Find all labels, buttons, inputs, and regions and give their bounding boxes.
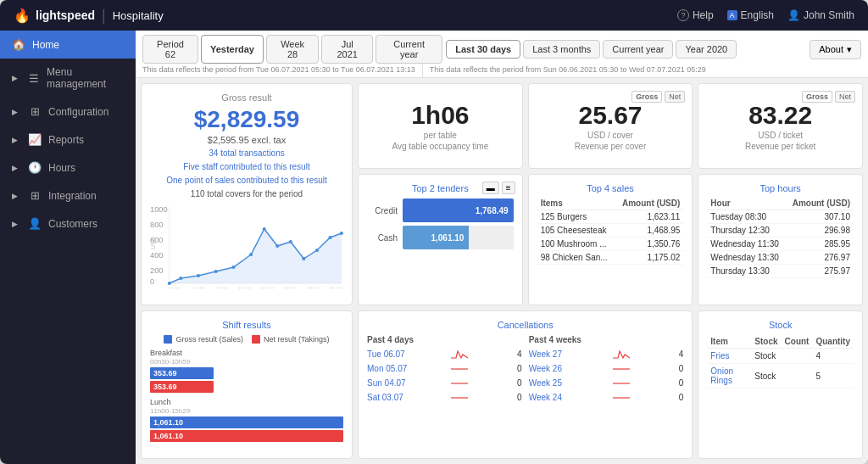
sales-item: 125 Burgers [537, 210, 615, 224]
cancel-spark [447, 348, 472, 360]
top-hours-card: Top hours Hour Amount (USD) Tuesday 08:3… [698, 174, 863, 305]
sales-item: 105 Cheesesteak [537, 224, 615, 238]
cancel-week-label: Week 24 [529, 393, 571, 402]
stock-col-count: Count [782, 335, 813, 349]
tab-yesterday[interactable]: Yesterday [201, 35, 264, 64]
stock-item[interactable]: Fries [707, 349, 751, 364]
gross-covers: 110 total covers for the period [150, 189, 343, 198]
svg-point-16 [275, 244, 279, 248]
cancel-spark [609, 391, 634, 403]
kpi-avg-label: Avg table occupancy time [392, 142, 488, 151]
hours-row: Tuesday 08:30307.10 [707, 210, 854, 224]
customers-icon: 👤 [28, 217, 42, 230]
sidebar-item-home[interactable]: 🏠 Home [0, 31, 136, 59]
cancel-week-count: 4 [671, 349, 683, 359]
stock-col-stock: Stock [751, 335, 781, 349]
tender-cash-value: 1,061.10 [431, 233, 464, 243]
cancel-week-count: 0 [671, 393, 683, 402]
legend-net-dot [252, 335, 260, 344]
chevron-right-icon2: ▶ [12, 108, 18, 116]
lang-icon: A [727, 10, 737, 20]
gross-link2[interactable]: Five staff contributed to this result [150, 160, 343, 174]
hours-hour: Thursday 12:30 [707, 224, 786, 238]
tenders-bar-view[interactable]: ▬ [482, 182, 499, 194]
cancel-week-label: Week 27 [529, 349, 571, 359]
subtab-year2020[interactable]: Year 2020 [676, 40, 737, 59]
about-label: About [819, 44, 843, 54]
cancel-col1-title: Past 4 days [367, 335, 522, 344]
user-label: John Smith [804, 9, 854, 21]
tab-period62[interactable]: Period 62 [142, 35, 198, 64]
tenders-list-view[interactable]: ≡ [502, 182, 515, 194]
tab-current-year[interactable]: Current year [376, 35, 442, 64]
stock-item[interactable]: Onion Rings [707, 364, 751, 389]
svg-text:00:00: 00:00 [284, 286, 298, 288]
menu-icon: ☰ [28, 72, 40, 85]
kpi-cover-net-tab[interactable]: Net [665, 91, 685, 103]
help-link[interactable]: ? Help [677, 9, 714, 21]
cancel-day-count: 0 [510, 364, 522, 373]
sidebar-item-reports[interactable]: ▶ 📈 Reports [0, 126, 136, 154]
reports-icon: 📈 [28, 133, 42, 146]
sidebar-item-menu[interactable]: ▶ ☰ Menu management [0, 59, 136, 98]
cancel-week-label: Week 25 [529, 378, 571, 388]
language-selector[interactable]: A English [727, 9, 774, 21]
shift-name: Breakfast00h30-10h59 [150, 349, 343, 366]
tab-week28[interactable]: Week 28 [266, 35, 319, 64]
period-info: This data reflects the period from Tue 0… [136, 64, 423, 77]
hours-hour: Tuesday 08:30 [707, 210, 786, 224]
about-button[interactable]: About ▾ [810, 40, 861, 59]
hours-amount: 275.97 [786, 265, 854, 278]
cancel-week-row: Week 27 4 [529, 348, 684, 360]
cancel-week-row: Week 24 0 [529, 391, 684, 403]
kpi-cover-card: Gross Net 25.67 USD / cover Revenue per … [528, 83, 693, 169]
cancel-day-row: Mon 05.07 0 [367, 362, 522, 374]
cancel-day-row: Tue 06.07 4 [367, 348, 522, 360]
user-menu[interactable]: 👤 John Smith [787, 9, 854, 21]
hours-amount: 276.97 [786, 251, 854, 265]
sales-amount: 1,175.02 [615, 251, 684, 265]
legend-net: Net result (Takings) [252, 335, 330, 344]
top-hours-title: Top hours [707, 183, 854, 193]
kpi-cover-gross-tab[interactable]: Gross [632, 91, 662, 103]
help-icon: ? [677, 9, 689, 21]
sales-amount: 1,350.76 [615, 238, 684, 251]
sales-amount: 1,468.95 [615, 224, 684, 238]
legend-net-label: Net result (Takings) [264, 335, 330, 344]
hours-row: Wednesday 13:30276.97 [707, 251, 854, 265]
gross-chart: 1000 800 600 400 200 0 [150, 204, 343, 296]
sidebar-item-hours[interactable]: ▶ 🕐 Hours [0, 154, 136, 182]
kpi-ticket-gross-tab[interactable]: Gross [802, 91, 832, 103]
config-icon: ⊞ [28, 105, 42, 118]
sales-item: 100 Mushroom ... [537, 238, 615, 251]
svg-text:18:00: 18:00 [238, 286, 252, 288]
subtab-last3months[interactable]: Last 3 months [523, 40, 600, 59]
sidebar-item-customers[interactable]: ▶ 👤 Customers [0, 210, 136, 238]
kpi-avg-value: 1h06 [411, 101, 469, 130]
chevron-right-icon: ▶ [12, 74, 18, 82]
sidebar-item-label: Configuration [48, 106, 108, 118]
stock-count [782, 349, 813, 364]
svg-point-9 [168, 282, 171, 285]
subtab-last30[interactable]: Last 30 days [446, 40, 520, 59]
user-icon: 👤 [787, 9, 800, 21]
cancel-day-row: Sat 03.07 0 [367, 391, 522, 403]
gross-link3[interactable]: One point of sales contributed to this r… [150, 174, 343, 187]
tab-jul2021[interactable]: Jul 2021 [321, 35, 373, 64]
chevron-right-icon6: ▶ [12, 220, 18, 228]
sidebar-item-integration[interactable]: ▶ ⊞ Integration [0, 182, 136, 210]
sales-item: 98 Chicken San... [537, 251, 615, 265]
app-brand: Hospitality [113, 9, 164, 22]
shift-title: Shift results [150, 320, 343, 330]
svg-point-12 [214, 270, 218, 273]
help-label: Help [693, 9, 714, 21]
gross-link1[interactable]: 34 total transactions [150, 147, 343, 160]
sidebar-item-label: Customers [48, 218, 97, 230]
sidebar-item-config[interactable]: ▶ ⊞ Configuration [0, 98, 136, 126]
svg-point-21 [340, 232, 343, 235]
kpi-ticket-net-tab[interactable]: Net [835, 91, 855, 103]
legend-gross: Gross result (Sales) [164, 335, 243, 344]
subtab-current-year[interactable]: Current year [603, 40, 673, 59]
svg-point-17 [289, 240, 292, 243]
stock-stock: Stock [751, 349, 781, 364]
